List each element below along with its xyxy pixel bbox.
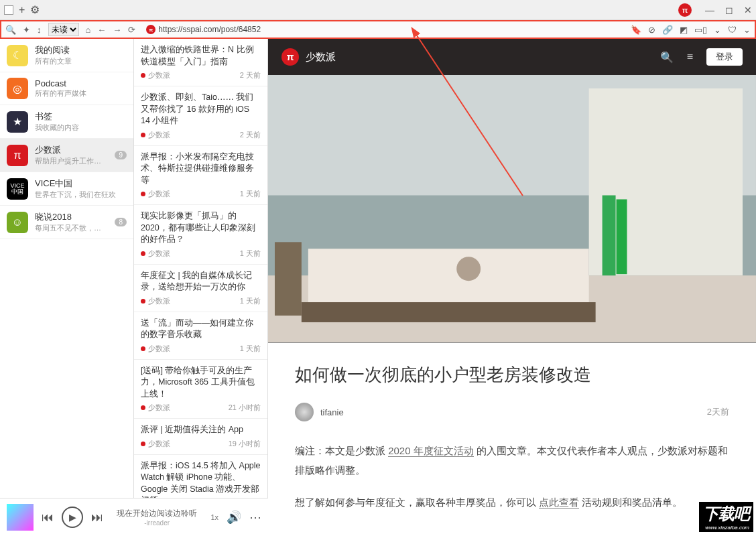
author-name[interactable]: tifanie: [320, 407, 344, 417]
article-list-item[interactable]: [送码] 带给你触手可及的生产力，Microsoft 365 工具升值包上线！ …: [134, 360, 267, 419]
maximize-button[interactable]: ◻: [725, 5, 733, 15]
article-title: 年度征文 | 我的自媒体成长记录，送给想开始一万次的你: [141, 270, 261, 293]
search-icon[interactable]: 🔍: [5, 25, 16, 35]
author-avatar[interactable]: [295, 403, 314, 421]
feed-title: Podcast: [35, 78, 127, 88]
feed-icon: VICE 中国: [7, 178, 28, 200]
site-favicon-icon: π: [146, 25, 155, 34]
speed-button[interactable]: 1x: [210, 513, 218, 521]
site-search-icon[interactable]: 🔍: [660, 51, 674, 64]
minimize-button[interactable]: —: [705, 5, 714, 15]
article-time: 2 天前: [240, 70, 261, 80]
article-title: [送码] 带给你触手可及的生产力，Microsoft 365 工具升值包上线！: [141, 365, 261, 401]
sidebar-item[interactable]: π少数派帮助用户提升工作效率和生活…9: [0, 139, 133, 172]
article-time: 1 天前: [240, 249, 261, 259]
shield-icon[interactable]: 🛡: [728, 25, 737, 35]
content-pane: π 少数派 🔍 ≡ 登录: [268, 39, 756, 536]
article-list: 进入微缩的铁路世界：N 比例铁道模型「入门」指南 少数派2 天前少数派、即刻、T…: [134, 39, 268, 536]
url-bar[interactable]: π https://sspai.com/post/64852: [142, 23, 624, 36]
sort-icon[interactable]: ↕: [37, 25, 42, 35]
clean-icon[interactable]: ✦: [23, 25, 30, 35]
article-list-item[interactable]: 送「流」而动——如何建立你的数字音乐收藏 少数派1 天前: [134, 312, 267, 360]
menu-icon[interactable]: ≡: [687, 51, 693, 63]
player-title: 现在开始边阅读边聆听: [111, 508, 202, 519]
chevron-down-icon[interactable]: ⌄: [743, 25, 751, 35]
unread-dot-icon: [141, 133, 145, 137]
audio-player: ⏮ ▶ ⏭ 现在开始边阅读边聆听 -irreader 1x 🔊 ⋯: [0, 498, 268, 536]
sidebar-item[interactable]: ☾我的阅读所有的文章: [0, 39, 133, 72]
compass-icon[interactable]: ⊘: [648, 25, 655, 35]
feed-icon: ☾: [7, 45, 28, 66]
library-icon[interactable]: ▭▯: [694, 25, 707, 35]
more-icon[interactable]: ⋯: [249, 510, 261, 525]
back-icon[interactable]: ←: [97, 25, 106, 35]
paragraph: 想了解如何参与年度征文，赢取各种丰厚奖品，你可以 点此查看 活动规则和奖品清单。: [295, 493, 729, 513]
bookmark-icon[interactable]: 🔖: [631, 25, 641, 35]
svg-rect-5: [302, 302, 596, 322]
site-logo-icon: π: [281, 48, 299, 66]
url-text: https://sspai.com/post/64852: [158, 25, 261, 34]
article-title: 现实比影像更「抓马」的 2020，都有哪些让人印象深刻的好作品？: [141, 210, 261, 246]
article-title: 如何做一次彻底的小户型老房装修改造: [295, 363, 729, 387]
svg-rect-7: [603, 196, 616, 276]
unread-dot-icon: [141, 299, 145, 304]
author-row: tifanie 2天前: [295, 403, 729, 421]
home-icon[interactable]: ⌂: [86, 25, 91, 35]
forward-icon[interactable]: →: [113, 25, 121, 35]
feed-subtitle: 所有的文章: [35, 56, 127, 66]
feed-icon: ◎: [7, 78, 28, 99]
inline-link[interactable]: 点此查看: [539, 496, 579, 509]
feed-title: VICE中国: [35, 178, 127, 190]
unread-dot-icon: [141, 346, 145, 351]
app-checkbox[interactable]: [4, 5, 13, 15]
article-title: 进入微缩的铁路世界：N 比例铁道模型「入门」指南: [141, 44, 261, 68]
titlebar: + ⚙ π — ◻ ✕: [0, 0, 756, 20]
article-time: 1 天前: [240, 189, 261, 199]
article-source: 少数派: [148, 130, 170, 140]
sidebar-item[interactable]: VICE 中国VICE中国世界在下沉，我们在狂欢: [0, 172, 133, 206]
article-list-item[interactable]: 派评 | 近期值得关注的 App 少数派19 小时前: [134, 419, 267, 455]
feed-title: 晓说2018: [35, 211, 108, 223]
article-source: 少数派: [148, 439, 170, 449]
unread-dot-icon: [141, 192, 145, 196]
article-time: 2 天前: [240, 130, 261, 140]
article-time: 21 小时前: [229, 403, 261, 413]
feed-icon: ☺: [7, 212, 28, 233]
article-list-item[interactable]: 派早报：小米发布隔空充电技术、特斯拉提供碰撞维修服务等 少数派1 天前: [134, 146, 267, 206]
volume-icon[interactable]: 🔊: [227, 510, 241, 525]
settings-icon[interactable]: ⚙: [30, 3, 40, 16]
filter-select[interactable]: 未读: [48, 23, 79, 36]
add-button[interactable]: +: [19, 4, 25, 16]
unread-dot-icon: [141, 442, 145, 446]
chevron-down-icon[interactable]: ⌄: [714, 25, 721, 35]
article-list-item[interactable]: 年度征文 | 我的自媒体成长记录，送给想开始一万次的你 少数派1 天前: [134, 265, 267, 312]
svg-rect-8: [617, 199, 627, 274]
player-subtitle: -irreader: [111, 519, 202, 527]
inline-link[interactable]: 2020 年度征文活动: [388, 445, 474, 457]
unread-dot-icon: [141, 251, 145, 256]
play-button[interactable]: ▶: [62, 507, 83, 528]
article-list-item[interactable]: 少数派、即刻、Taio…… 我们又帮你找了 16 款好用的 iOS 14 小组件…: [134, 86, 267, 146]
sidebar: ☾我的阅读所有的文章◎Podcast所有的有声媒体★书签我收藏的内容π少数派帮助…: [0, 39, 134, 536]
sidebar-item[interactable]: ◎Podcast所有的有声媒体: [0, 72, 133, 105]
link-icon[interactable]: 🔗: [662, 25, 673, 35]
sidebar-item[interactable]: ★书签我收藏的内容: [0, 105, 133, 139]
article-list-item[interactable]: 进入微缩的铁路世界：N 比例铁道模型「入门」指南 少数派2 天前: [134, 39, 267, 86]
article-title: 派早报：小米发布隔空充电技术、特斯拉提供碰撞维修服务等: [141, 151, 261, 187]
article-title: 送「流」而动——如何建立你的数字音乐收藏: [141, 318, 261, 341]
watermark: 下载吧 www.xiazaiba.com: [699, 502, 753, 532]
next-track-button[interactable]: ⏭: [91, 511, 103, 525]
reload-icon[interactable]: ⟳: [128, 25, 135, 35]
hero-image: [268, 75, 756, 343]
prev-track-button[interactable]: ⏮: [42, 511, 54, 525]
article-list-item[interactable]: 现实比影像更「抓马」的 2020，都有哪些让人印象深刻的好作品？ 少数派1 天前: [134, 205, 267, 265]
close-button[interactable]: ✕: [744, 5, 752, 15]
login-button[interactable]: 登录: [706, 48, 743, 66]
reader-icon[interactable]: ◩: [680, 25, 688, 35]
browser-toolbar: 🔍 ✦ ↕ 未读 ⌂ ← → ⟳ π https://sspai.com/pos…: [0, 20, 756, 39]
feed-subtitle: 每周五不见不散，听矮大紧老…: [35, 223, 108, 233]
feed-subtitle: 帮助用户提升工作效率和生活…: [35, 156, 108, 166]
sidebar-item[interactable]: ☺晓说2018每周五不见不散，听矮大紧老…8: [0, 206, 133, 239]
unread-badge: 9: [115, 151, 127, 159]
article-title: 少数派、即刻、Taio…… 我们又帮你找了 16 款好用的 iOS 14 小组件: [141, 92, 261, 127]
